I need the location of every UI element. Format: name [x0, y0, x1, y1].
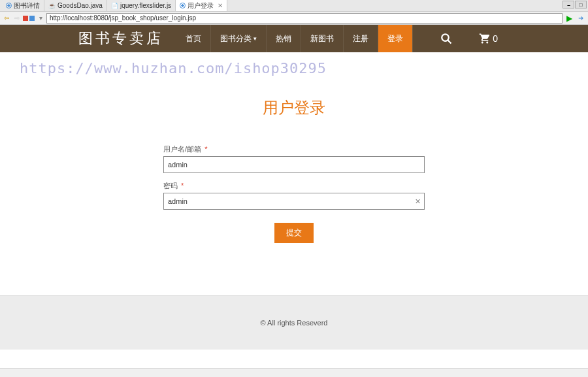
- footer-text: © All rights Reseverd: [261, 319, 328, 327]
- search-button[interactable]: [433, 25, 460, 52]
- browser-tab[interactable]: 图书详情: [2, 0, 44, 11]
- go-button[interactable]: ▶: [564, 13, 574, 24]
- password-input-wrap: ✕: [163, 193, 425, 210]
- nav-register[interactable]: 注册: [344, 25, 378, 52]
- forward-button[interactable]: ⇨: [12, 14, 22, 23]
- back-button[interactable]: ⇦: [2, 14, 11, 23]
- login-form-container: 用户登录 用户名/邮箱 * 密码 * ✕ 提交: [85, 84, 503, 282]
- site-logo[interactable]: 图书专卖店: [78, 29, 163, 48]
- watermark-text: https://www.huzhan.com/ishop30295: [0, 52, 588, 84]
- window-controls: ‒ □: [563, 1, 587, 8]
- svg-point-0: [442, 34, 449, 41]
- required-mark: *: [204, 145, 207, 153]
- minimize-button[interactable]: ‒: [563, 1, 574, 8]
- maximize-button[interactable]: □: [575, 1, 587, 8]
- nav-login[interactable]: 登录: [378, 25, 413, 52]
- login-form: 用户名/邮箱 * 密码 * ✕ 提交: [85, 144, 503, 243]
- clear-icon[interactable]: ✕: [415, 197, 421, 206]
- site-footer: © All rights Reseverd: [0, 295, 588, 350]
- svg-line-1: [448, 40, 451, 43]
- search-icon: [440, 33, 452, 44]
- globe-icon: [180, 3, 186, 8]
- label-text: 用户名/邮箱: [163, 145, 201, 153]
- page-title: 用户登录: [85, 97, 503, 118]
- submit-row: 提交: [163, 223, 425, 243]
- username-group: 用户名/邮箱 *: [163, 144, 425, 173]
- username-label: 用户名/邮箱 *: [163, 144, 425, 154]
- home-button[interactable]: [29, 16, 35, 21]
- site-header: 图书专卖店 首页 图书分类 热销 新图书 注册 登录 0: [0, 25, 588, 52]
- cart-icon: [478, 33, 491, 44]
- nav-new[interactable]: 新图书: [301, 25, 344, 52]
- main-nav: 首页 图书分类 热销 新图书 注册 登录: [176, 25, 413, 52]
- address-bar: ⇦ ⇨ ▾ ▶ ➜: [0, 12, 588, 25]
- browser-tab-active[interactable]: 用户登录 ✕: [176, 0, 227, 11]
- stop-button[interactable]: [23, 16, 28, 21]
- label-text: 密码: [163, 182, 178, 189]
- submit-button[interactable]: 提交: [274, 223, 314, 243]
- close-icon[interactable]: ✕: [218, 2, 223, 9]
- tab-label: 用户登录: [188, 1, 214, 10]
- globe-icon: [6, 3, 12, 8]
- username-input[interactable]: [163, 156, 425, 173]
- js-icon: 📄: [111, 3, 118, 9]
- url-input[interactable]: [46, 13, 563, 24]
- tab-label: 图书详情: [14, 1, 40, 10]
- cart-button[interactable]: 0: [473, 25, 503, 52]
- browser-tab[interactable]: 📄 jquery.flexslider.js: [107, 0, 176, 11]
- browser-tab[interactable]: ☕ GoodsDao.java: [44, 0, 107, 11]
- browser-tab-bar: 图书详情 ☕ GoodsDao.java 📄 jquery.flexslider…: [0, 0, 588, 12]
- nav-hot[interactable]: 热销: [267, 25, 301, 52]
- tab-label: jquery.flexslider.js: [120, 2, 171, 9]
- password-label: 密码 *: [163, 181, 425, 191]
- nav-categories[interactable]: 图书分类: [211, 25, 267, 52]
- required-mark: *: [181, 182, 184, 189]
- goto-button[interactable]: ➜: [576, 13, 586, 24]
- dropdown-icon[interactable]: ▾: [36, 14, 45, 23]
- password-group: 密码 * ✕: [163, 181, 425, 210]
- page-content: 图书专卖店 首页 图书分类 热销 新图书 注册 登录 0 https://www…: [0, 25, 588, 350]
- java-icon: ☕: [48, 3, 56, 9]
- cart-count: 0: [493, 33, 498, 44]
- header-right: 0: [433, 25, 588, 52]
- password-input[interactable]: [163, 193, 425, 210]
- tab-label: GoodsDao.java: [57, 2, 103, 9]
- nav-home[interactable]: 首页: [176, 25, 211, 52]
